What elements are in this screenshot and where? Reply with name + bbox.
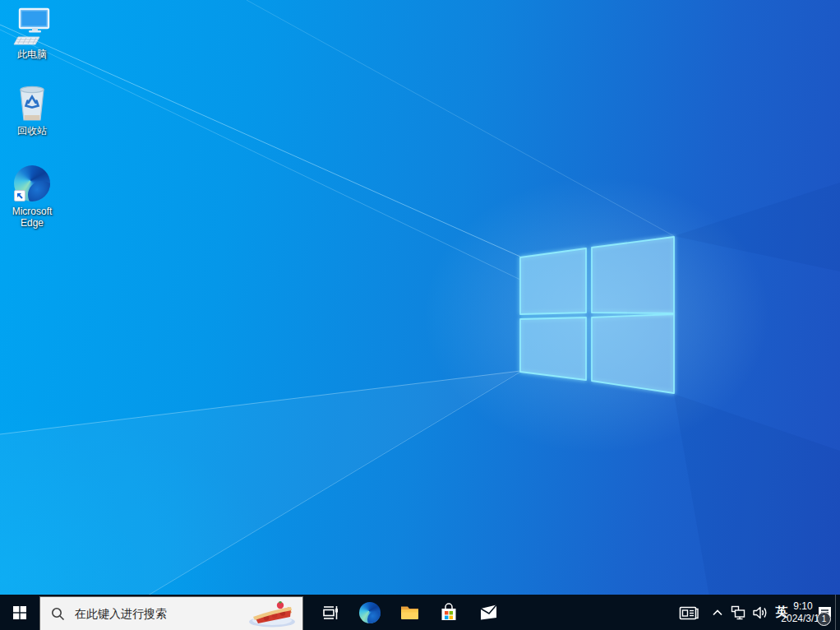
shortcut-arrow-icon bbox=[14, 190, 25, 202]
desktop-icon-recycle-bin[interactable]: 回收站 bbox=[1, 83, 63, 137]
mail-button[interactable] bbox=[468, 595, 508, 630]
tray-time: 9:10 bbox=[793, 600, 812, 613]
search-input[interactable] bbox=[73, 606, 240, 621]
volume-button[interactable] bbox=[750, 595, 771, 630]
taskbar: 英 9:10 2024/3/14 1 bbox=[0, 595, 840, 630]
desktop-icon-microsoft-edge[interactable]: Microsoft Edge bbox=[1, 164, 63, 229]
action-center-button[interactable]: 1 bbox=[814, 595, 835, 630]
search-icon bbox=[51, 607, 65, 621]
microsoft-store-button[interactable] bbox=[429, 595, 468, 630]
desktop-icon-this-pc[interactable]: 此电脑 bbox=[1, 7, 63, 60]
desktop-icon-label: 回收站 bbox=[17, 125, 47, 137]
news-and-interests-button[interactable] bbox=[671, 595, 707, 630]
task-view-icon bbox=[321, 603, 340, 623]
notification-badge: 1 bbox=[817, 612, 831, 626]
chevron-up-icon bbox=[709, 605, 726, 621]
task-view-button[interactable] bbox=[311, 595, 350, 630]
desktop: 此电脑 回收站 bbox=[0, 0, 840, 630]
microsoft-edge-icon bbox=[12, 164, 52, 203]
this-pc-icon bbox=[12, 7, 52, 46]
desktop-icon-label: 此电脑 bbox=[17, 49, 47, 60]
news-icon bbox=[678, 603, 700, 623]
network-icon bbox=[730, 604, 748, 622]
network-button[interactable] bbox=[728, 595, 750, 630]
wallpaper-windows-logo bbox=[0, 0, 840, 630]
recycle-bin-icon bbox=[12, 83, 52, 123]
edge-icon bbox=[359, 602, 381, 623]
file-explorer-button[interactable] bbox=[390, 595, 429, 630]
taskbar-app-buttons bbox=[311, 595, 508, 630]
clock-button[interactable]: 9:10 2024/3/14 bbox=[792, 595, 814, 630]
desktop-icon-column: 此电脑 回收站 bbox=[0, 0, 64, 229]
edge-taskbar-button[interactable] bbox=[350, 595, 390, 630]
show-desktop-button[interactable] bbox=[835, 595, 840, 630]
volume-icon bbox=[751, 604, 769, 622]
file-explorer-icon bbox=[399, 602, 420, 623]
desktop-icon-label: Microsoft Edge bbox=[1, 206, 63, 229]
start-button[interactable] bbox=[0, 595, 39, 630]
search-highlight-pie-image[interactable] bbox=[240, 598, 302, 630]
microsoft-store-icon bbox=[439, 603, 459, 623]
mail-icon bbox=[478, 602, 499, 623]
system-tray: 英 9:10 2024/3/14 1 bbox=[671, 595, 840, 630]
taskbar-search-box[interactable] bbox=[39, 596, 303, 630]
hidden-icons-button[interactable] bbox=[707, 595, 728, 630]
windows-start-icon bbox=[12, 605, 28, 621]
